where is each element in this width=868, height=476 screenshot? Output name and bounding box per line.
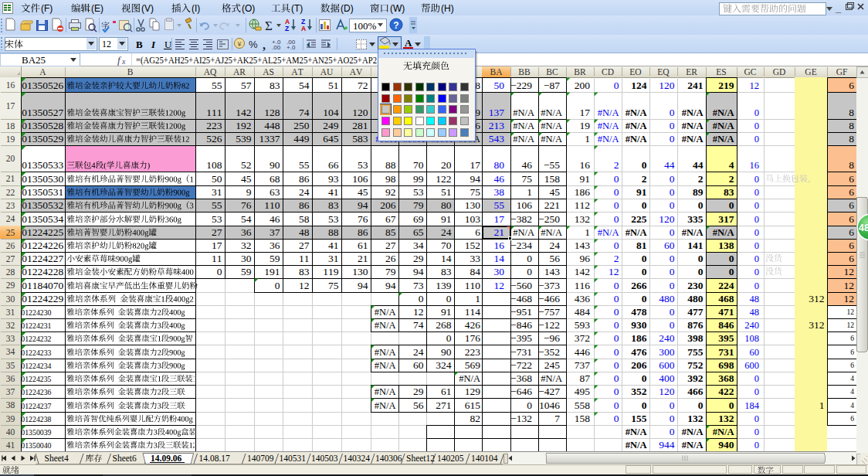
svg-text:111: 111	[206, 107, 222, 118]
svg-text:0: 0	[754, 280, 759, 291]
svg-text:30: 30	[6, 294, 15, 304]
svg-text:569: 569	[465, 359, 481, 371]
svg-text:21: 21	[494, 226, 505, 238]
svg-text:206: 206	[380, 199, 396, 211]
svg-text:−250: −250	[538, 213, 560, 225]
svg-text:106: 106	[517, 199, 533, 211]
svg-text:GE: GE	[805, 67, 816, 76]
svg-text:138: 138	[718, 240, 734, 251]
svg-text:27: 27	[212, 226, 222, 238]
svg-text:6: 6	[849, 213, 854, 225]
svg-text:0: 0	[642, 400, 647, 411]
svg-text:0: 0	[670, 426, 675, 437]
svg-text:#N/A: #N/A	[513, 134, 534, 144]
svg-text:0: 0	[729, 266, 734, 277]
svg-text:48: 48	[750, 294, 760, 304]
svg-text:0: 0	[754, 253, 759, 264]
svg-text:#N/A: #N/A	[682, 134, 704, 144]
svg-text:#N/A: #N/A	[682, 107, 704, 118]
svg-text:90: 90	[270, 159, 280, 171]
svg-text:8: 8	[849, 159, 854, 171]
svg-text:51: 51	[441, 186, 452, 198]
svg-text:176: 176	[465, 332, 481, 344]
svg-text:38: 38	[494, 186, 505, 198]
svg-text:142: 142	[236, 107, 251, 118]
svg-text:60: 60	[413, 359, 424, 371]
svg-text:56: 56	[413, 400, 424, 411]
svg-text:372: 372	[575, 332, 590, 344]
svg-text:#N/A: #N/A	[375, 400, 396, 411]
svg-text:55: 55	[299, 159, 310, 171]
svg-text:19: 19	[580, 120, 591, 131]
svg-text:EO: EO	[629, 67, 641, 76]
svg-text:79: 79	[385, 266, 396, 277]
svg-text:58: 58	[299, 213, 310, 225]
svg-text:130: 130	[465, 199, 481, 211]
svg-text:74: 74	[299, 107, 310, 118]
svg-text:0: 0	[614, 186, 619, 198]
svg-text:AU: AU	[320, 67, 334, 76]
svg-text:0: 0	[754, 214, 759, 225]
svg-text:6: 6	[850, 335, 854, 342]
svg-text:34: 34	[413, 240, 424, 251]
svg-text:35: 35	[6, 361, 15, 370]
svg-text:116: 116	[575, 280, 591, 291]
svg-text:01224228: 01224228	[22, 266, 63, 277]
svg-text:158: 158	[544, 173, 561, 185]
svg-text:01224238: 01224238	[21, 415, 51, 423]
svg-text:0: 0	[446, 293, 452, 304]
svg-text:1: 1	[475, 293, 480, 304]
svg-text:#N/A: #N/A	[626, 134, 647, 144]
svg-text:16: 16	[6, 80, 15, 90]
svg-text:66: 66	[328, 159, 339, 171]
svg-text:140205: 140205	[437, 454, 464, 463]
svg-text:0: 0	[642, 372, 647, 384]
svg-text:12: 12	[299, 280, 310, 291]
svg-text:80: 80	[494, 159, 505, 171]
svg-text:140531: 140531	[280, 454, 307, 463]
svg-text:16: 16	[750, 160, 760, 171]
svg-text:17: 17	[470, 159, 481, 171]
svg-text:0: 0	[754, 187, 759, 198]
svg-text:583: 583	[352, 133, 368, 144]
svg-text:7: 7	[554, 413, 560, 424]
svg-text:186: 186	[575, 186, 591, 198]
svg-text:2: 2	[614, 159, 619, 171]
svg-text:0: 0	[614, 293, 619, 304]
svg-text:−352: −352	[538, 346, 560, 358]
svg-text:−731: −731	[510, 346, 532, 358]
svg-text:103: 103	[465, 213, 481, 225]
svg-text:8: 8	[849, 107, 854, 118]
svg-text:112: 112	[575, 199, 590, 211]
svg-text:#N/A: #N/A	[513, 107, 534, 118]
svg-text:60: 60	[664, 240, 675, 251]
svg-text:0: 0	[670, 253, 675, 264]
svg-text:0: 0	[698, 199, 704, 211]
svg-text:BC: BC	[546, 67, 558, 76]
svg-text:83: 83	[299, 266, 310, 277]
svg-text:120: 120	[659, 80, 675, 91]
svg-text:01224232: 01224232	[21, 335, 51, 343]
svg-text:731: 731	[718, 346, 734, 358]
svg-text:0: 0	[614, 240, 619, 251]
svg-text:01350530: 01350530	[22, 173, 63, 185]
svg-text:36: 36	[270, 240, 280, 251]
svg-text:0: 0	[754, 386, 759, 397]
svg-text:82: 82	[470, 413, 481, 424]
svg-text:80: 80	[441, 199, 452, 211]
svg-text:70: 70	[441, 240, 452, 251]
svg-text:400: 400	[659, 372, 675, 384]
svg-text:−468: −468	[510, 293, 532, 304]
svg-text:19: 19	[6, 134, 15, 144]
svg-text:539: 539	[236, 133, 252, 144]
svg-text:0: 0	[642, 253, 647, 264]
svg-text:119: 119	[323, 266, 339, 277]
svg-text:335: 335	[687, 213, 704, 225]
svg-text:110: 110	[465, 280, 481, 291]
svg-text:132: 132	[687, 413, 704, 424]
svg-text:41: 41	[6, 440, 15, 450]
svg-text:(O): (O)	[242, 3, 255, 14]
svg-text:−96: −96	[544, 332, 560, 344]
svg-text:449: 449	[293, 133, 310, 144]
svg-text:30: 30	[241, 253, 252, 264]
